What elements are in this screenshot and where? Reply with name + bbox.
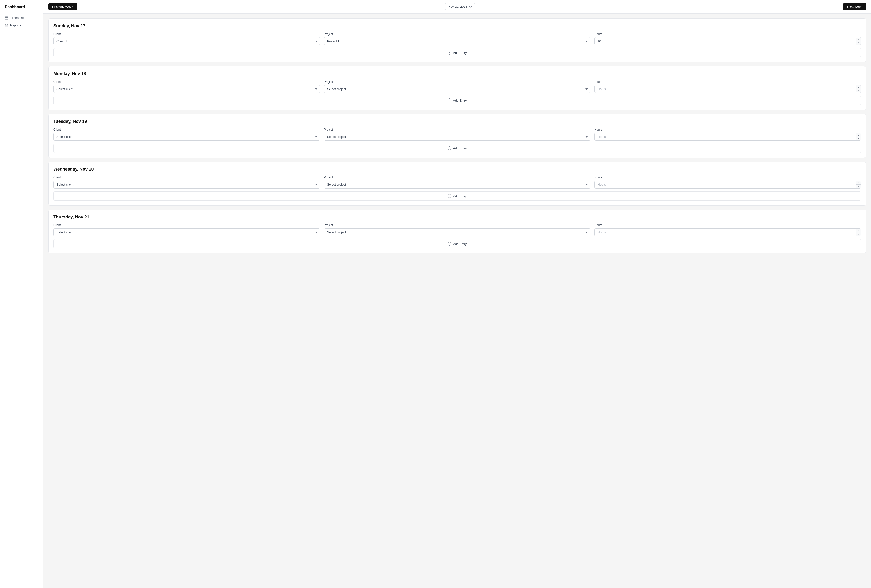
hours-input[interactable] (594, 133, 861, 141)
header-bar: Previous Week Nov 20, 2024 Next Week (43, 0, 871, 13)
hours-input-wrapper: ▲ ▼ (594, 37, 861, 45)
hours-field-group: Hours ▲ ▼ (594, 32, 861, 45)
hours-label: Hours (594, 32, 861, 36)
hours-up-button[interactable]: ▲ (856, 85, 861, 89)
hours-down-button[interactable]: ▼ (856, 41, 861, 45)
client-select[interactable]: Select client (53, 228, 320, 236)
sidebar: Dashboard Timesheet Reports (0, 0, 43, 588)
hours-label: Hours (594, 223, 861, 227)
hours-input[interactable] (594, 85, 861, 93)
client-select[interactable]: Client 1 (53, 37, 320, 45)
hours-down-button[interactable]: ▼ (856, 232, 861, 236)
day-card-monday: Monday, Nov 18 Client Select client Proj… (48, 66, 866, 110)
client-label: Client (53, 176, 320, 179)
hours-down-button[interactable]: ▼ (856, 89, 861, 93)
sidebar-item-label: Timesheet (10, 16, 25, 19)
project-select[interactable]: Select project (324, 85, 591, 93)
main-content: Previous Week Nov 20, 2024 Next Week Sun… (43, 0, 871, 588)
hours-field-group: Hours ▲ ▼ (594, 176, 861, 189)
hours-label: Hours (594, 80, 861, 84)
client-label: Client (53, 32, 320, 36)
plus-circle-icon: + (447, 242, 452, 246)
hours-down-button[interactable]: ▼ (856, 185, 861, 188)
add-entry-button[interactable]: + Add Entry (53, 96, 861, 105)
hours-input-wrapper: ▲ ▼ (594, 228, 861, 236)
hours-field-group: Hours ▲ ▼ (594, 128, 861, 141)
week-content: Sunday, Nov 17 Client Client 1 Project P… (43, 13, 871, 258)
date-value: Nov 20, 2024 (448, 5, 467, 9)
client-field-group: Client Select client (53, 176, 320, 189)
day-card-sunday: Sunday, Nov 17 Client Client 1 Project P… (48, 18, 866, 62)
client-select[interactable]: Select client (53, 181, 320, 189)
add-entry-button[interactable]: + Add Entry (53, 48, 861, 57)
hours-input[interactable] (594, 181, 861, 189)
clock-icon (5, 24, 8, 27)
day-card-wednesday: Wednesday, Nov 20 Client Select client P… (48, 162, 866, 206)
hours-label: Hours (594, 176, 861, 179)
plus-circle-icon: + (447, 99, 452, 102)
day-title: Tuesday, Nov 19 (53, 119, 861, 124)
plus-circle-icon: + (447, 146, 452, 150)
plus-circle-icon: + (447, 51, 452, 55)
project-field-group: Project Select project (324, 176, 591, 189)
client-field-group: Client Select client (53, 128, 320, 141)
add-entry-label: Add Entry (453, 99, 467, 102)
hours-up-button[interactable]: ▲ (856, 37, 861, 41)
day-card-thursday: Thursday, Nov 21 Client Select client Pr… (48, 209, 866, 253)
client-label: Client (53, 80, 320, 84)
app-title: Dashboard (0, 5, 43, 14)
project-select[interactable]: Select project (324, 228, 591, 236)
project-label: Project (324, 223, 591, 227)
project-select[interactable]: Select project (324, 181, 591, 189)
hours-field-group: Hours ▲ ▼ (594, 80, 861, 93)
add-entry-button[interactable]: + Add Entry (53, 144, 861, 153)
add-entry-label: Add Entry (453, 147, 467, 150)
hours-up-button[interactable]: ▲ (856, 229, 861, 232)
hours-field-group: Hours ▲ ▼ (594, 223, 861, 236)
project-field-group: Project Select project (324, 223, 591, 236)
date-picker[interactable]: Nov 20, 2024 (445, 3, 475, 10)
chevron-down-icon (469, 5, 472, 8)
sidebar-item-label: Reports (10, 23, 21, 27)
project-label: Project (324, 80, 591, 84)
next-week-button[interactable]: Next Week (843, 3, 866, 10)
client-field-group: Client Select client (53, 223, 320, 236)
spinner-buttons: ▲ ▼ (856, 229, 861, 236)
hours-up-button[interactable]: ▲ (856, 133, 861, 137)
hours-down-button[interactable]: ▼ (856, 137, 861, 140)
day-title: Monday, Nov 18 (53, 71, 861, 76)
add-entry-button[interactable]: + Add Entry (53, 239, 861, 248)
add-entry-button[interactable]: + Add Entry (53, 192, 861, 200)
project-select[interactable]: Project 1 (324, 37, 591, 45)
client-label: Client (53, 223, 320, 227)
spinner-buttons: ▲ ▼ (856, 37, 861, 45)
add-entry-label: Add Entry (453, 194, 467, 198)
svg-line-6 (6, 25, 7, 26)
project-label: Project (324, 176, 591, 179)
sidebar-item-timesheet[interactable]: Timesheet (0, 14, 43, 21)
hours-up-button[interactable]: ▲ (856, 181, 861, 185)
project-field-group: Project Project 1 (324, 32, 591, 45)
hours-input-wrapper: ▲ ▼ (594, 181, 861, 189)
prev-week-button[interactable]: Previous Week (48, 3, 77, 10)
project-field-group: Project Select project (324, 80, 591, 93)
spinner-buttons: ▲ ▼ (856, 133, 861, 140)
entry-row: Client Select client Project Select proj… (53, 128, 861, 141)
project-select[interactable]: Select project (324, 133, 591, 141)
day-title: Wednesday, Nov 20 (53, 167, 861, 172)
hours-input[interactable] (594, 37, 861, 45)
entry-row: Client Select client Project Select proj… (53, 223, 861, 236)
hours-input[interactable] (594, 228, 861, 236)
day-card-tuesday: Tuesday, Nov 19 Client Select client Pro… (48, 114, 866, 158)
client-select[interactable]: Select client (53, 85, 320, 93)
sidebar-item-reports[interactable]: Reports (0, 21, 43, 29)
calendar-icon (5, 16, 8, 19)
hours-input-wrapper: ▲ ▼ (594, 85, 861, 93)
svg-rect-0 (5, 16, 8, 19)
add-entry-label: Add Entry (453, 51, 467, 55)
day-title: Sunday, Nov 17 (53, 23, 861, 28)
client-field-group: Client Client 1 (53, 32, 320, 45)
client-select[interactable]: Select client (53, 133, 320, 141)
spinner-buttons: ▲ ▼ (856, 181, 861, 188)
hours-label: Hours (594, 128, 861, 131)
